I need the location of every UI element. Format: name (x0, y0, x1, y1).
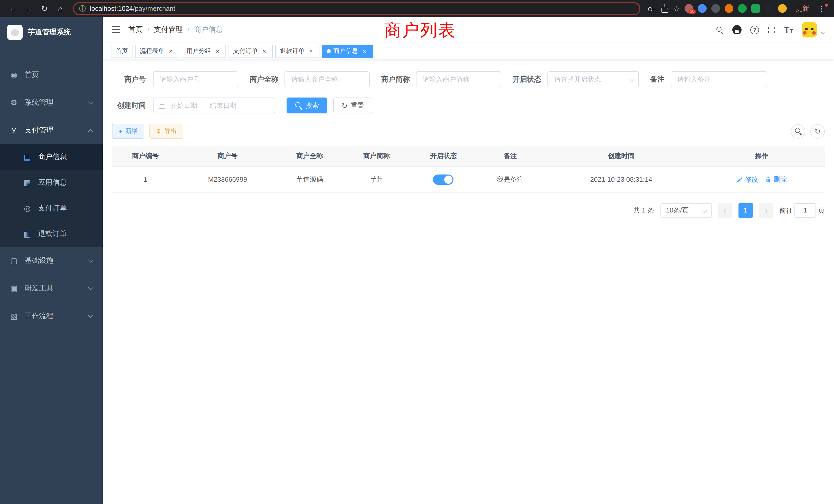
delete-button[interactable]: 删除 (765, 175, 787, 184)
sidebar-item-payment[interactable]: ¥ 支付管理 (0, 116, 103, 144)
column-header: 商户号 (179, 146, 276, 166)
prev-page-button[interactable]: ‹ (718, 203, 732, 217)
app-title: 芋道管理系统 (28, 28, 71, 37)
status-toggle[interactable] (433, 174, 454, 184)
extension-icon[interactable] (765, 4, 774, 13)
cell-merchant-id: 1 (112, 166, 179, 192)
cell-short-name: 芋艿 (343, 166, 410, 192)
extension-icon[interactable] (725, 4, 733, 13)
show-search-button[interactable] (791, 124, 805, 138)
short-name-label: 商户简称 (381, 75, 410, 84)
github-icon[interactable] (732, 25, 742, 35)
breadcrumb: 首页 / 支付管理 / 商户信息 (128, 25, 223, 35)
fullscreen-icon[interactable] (768, 26, 775, 33)
help-icon[interactable]: ? (750, 25, 759, 34)
app-logo[interactable]: 芋道管理系统 (0, 17, 103, 48)
address-bar[interactable]: ⓘ localhost:1024/pay/merchant (73, 2, 640, 15)
end-date-placeholder[interactable]: 结束日期 (210, 101, 237, 110)
export-button[interactable]: ↧ 导出 (150, 124, 183, 139)
merchant-no-input[interactable] (153, 71, 238, 87)
extension-icon[interactable] (698, 4, 707, 13)
tab-home[interactable]: 首页 (111, 44, 132, 58)
chevron-down-icon (88, 313, 93, 318)
share-icon[interactable]: ↑ (660, 4, 668, 13)
forward-icon[interactable]: → (21, 1, 36, 16)
extension-icon[interactable] (711, 4, 720, 13)
search-icon[interactable] (716, 26, 724, 33)
font-size-icon[interactable]: TT (784, 26, 793, 33)
screen: ← → ↻ ⌂ ⓘ localhost:1024/pay/merchant ↑ … (0, 0, 834, 504)
sidebar-item-merchant-info[interactable]: ▤ 商户信息 (0, 144, 103, 170)
tab-label: 用户分组 (186, 47, 211, 55)
bookmark-star-icon[interactable]: ☆ (673, 4, 680, 13)
chrome-update-button[interactable]: 更新 (796, 4, 809, 13)
breadcrumb-home[interactable]: 首页 (128, 25, 143, 35)
page-size-select[interactable]: 10条/页 (660, 203, 712, 217)
full-name-label: 商户全称 (249, 75, 278, 84)
column-header: 备注 (477, 146, 544, 166)
sidebar-item-infrastructure[interactable]: ▢ 基础设施 (0, 247, 103, 275)
total-count: 共 1 条 (634, 206, 654, 215)
tab-process-form[interactable]: 流程表单 × (135, 44, 179, 58)
tab-user-group[interactable]: 用户分组 × (182, 44, 226, 58)
tab-refund-order[interactable]: 退款订单 × (275, 44, 320, 58)
remark-input[interactable] (671, 71, 767, 87)
workflow-icon: ▧ (9, 312, 19, 321)
page-number-1[interactable]: 1 (739, 203, 753, 217)
sidebar-item-pay-order[interactable]: ◎ 支付订单 (0, 196, 103, 221)
reload-icon[interactable]: ↻ (37, 1, 52, 16)
filter-row-1: 商户号 商户全称 商户简称 开启状态 (112, 71, 825, 87)
table-toolbar: + 新增 ↧ 导出 ↻ (112, 124, 825, 139)
sidebar-item-label: 研发工具 (25, 284, 53, 293)
user-avatar[interactable] (802, 22, 817, 38)
date-range-picker[interactable]: 开始日期 - 结束日期 (153, 97, 275, 113)
tab-pay-order[interactable]: 支付订单 × (228, 44, 273, 58)
search-button[interactable]: 搜索 (287, 97, 327, 113)
sidebar-item-workflow[interactable]: ▧ 工作流程 (0, 302, 103, 330)
full-name-input[interactable] (285, 71, 370, 87)
breadcrumb-payment[interactable]: 支付管理 (154, 25, 183, 35)
goto-page-input[interactable] (795, 203, 816, 217)
tab-label: 首页 (115, 47, 128, 55)
status-select[interactable] (547, 71, 639, 87)
close-icon[interactable]: × (167, 47, 175, 55)
tab-merchant-info[interactable]: 商户信息 × (322, 44, 373, 58)
password-key-icon[interactable] (648, 4, 656, 13)
sidebar-item-label: 支付订单 (38, 204, 67, 213)
column-header: 商户全称 (276, 146, 343, 166)
back-icon[interactable]: ← (5, 1, 20, 16)
plus-icon: + (118, 128, 122, 135)
close-icon[interactable]: × (214, 47, 221, 55)
home-icon[interactable]: ⌂ (53, 1, 68, 16)
search-icon (295, 101, 303, 109)
site-info-icon[interactable]: ⓘ (79, 4, 86, 13)
reset-button[interactable]: ↻ 重置 (333, 97, 372, 113)
sidebar-item-app-info[interactable]: ▦ 应用信息 (0, 170, 103, 196)
infra-icon: ▢ (9, 256, 19, 265)
extension-icon[interactable] (751, 4, 760, 13)
close-icon[interactable]: × (260, 47, 268, 55)
sidebar-item-home[interactable]: ◉ 首页 (0, 61, 103, 89)
cell-remark: 我是备注 (477, 166, 544, 192)
cell-full-name: 芋道源码 (276, 166, 343, 192)
sidebar-item-devtools[interactable]: ▣ 研发工具 (0, 275, 103, 302)
browser-toolbar: ← → ↻ ⌂ ⓘ localhost:1024/pay/merchant ↑ … (0, 0, 834, 17)
short-name-input[interactable] (416, 71, 501, 87)
profile-avatar-icon[interactable] (778, 4, 787, 13)
close-icon[interactable]: × (360, 47, 368, 55)
close-icon[interactable]: × (307, 47, 315, 55)
extension-icon[interactable]: 10 (685, 4, 694, 13)
hamburger-icon[interactable] (112, 26, 120, 33)
sidebar-item-system[interactable]: ⚙ 系统管理 (0, 89, 103, 116)
start-date-placeholder[interactable]: 开始日期 (171, 101, 197, 110)
edit-button[interactable]: 修改 (737, 175, 758, 184)
column-header: 创建时间 (544, 146, 699, 166)
add-button[interactable]: + 新增 (112, 124, 144, 139)
browser-menu-icon[interactable]: ⋮ (816, 4, 828, 13)
refresh-button[interactable]: ↻ (810, 124, 825, 138)
next-page-button[interactable]: › (759, 203, 773, 217)
sidebar-menu: ◉ 首页 ⚙ 系统管理 ¥ 支付管理 ▤ 商户信息 (0, 48, 103, 330)
remark-label: 备注 (650, 75, 664, 84)
extension-icon[interactable] (738, 4, 747, 13)
sidebar-item-refund-order[interactable]: ▥ 退款订单 (0, 221, 103, 247)
